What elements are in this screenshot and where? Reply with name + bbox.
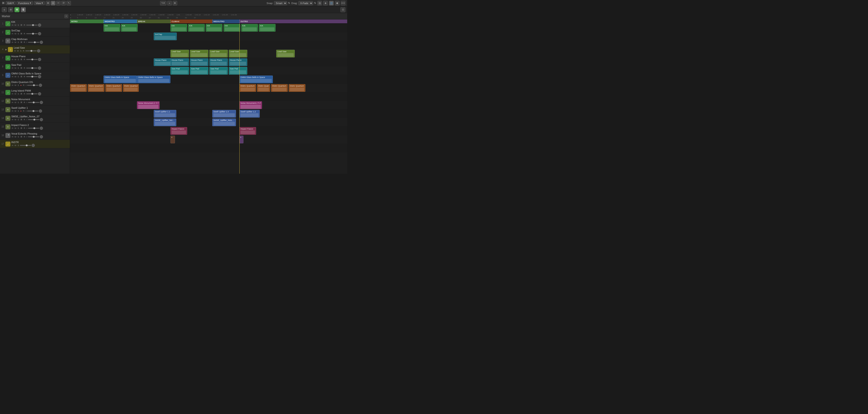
s-btn-4[interactable]: S [20,50,22,52]
m-btn-12[interactable]: M [14,101,17,104]
functions-menu[interactable]: Functions ▾ [17,1,33,5]
clip-snclap-1[interactable]: Sn/Clap [154,33,177,40]
r-btn-8[interactable]: R [23,67,26,69]
cmd-btn-2[interactable]: ⌘ [20,32,23,35]
clip-vocal-2[interactable]: ▸ [239,136,243,143]
volume-9[interactable] [26,76,37,77]
r-btn-11[interactable]: R [23,92,26,95]
h-btn-14[interactable]: H [11,118,14,121]
cmd-btn-16[interactable]: ⌘ [20,136,23,138]
link-icon[interactable]: ⛓ [317,1,322,5]
h-btn-8[interactable]: H [11,67,14,69]
volume-11[interactable] [26,93,37,94]
clip-distro-2[interactable]: Distro Quantum DS. [88,84,104,92]
pan-17[interactable] [32,144,35,147]
clip-leadsaw-1[interactable]: Lead Saw [170,50,189,57]
m-btn-10[interactable]: M [14,84,17,87]
r-btn-16[interactable]: R [23,136,26,138]
clip-noise-2[interactable]: Noise Monument.2 ↻↻ [239,101,262,109]
clip-kik-3[interactable]: KIK [170,24,187,32]
h-btn-13[interactable]: H [11,110,14,112]
volume-17[interactable] [20,145,31,146]
snap-select[interactable]: Smart [274,1,287,5]
r-btn-9[interactable]: R [23,75,26,78]
lcd-icon[interactable]: ◫ [329,1,334,5]
h-btn-10[interactable]: H [11,84,14,87]
clip-housepiano-5[interactable]: House Piano [229,58,247,66]
group-icon[interactable]: ⊞ [8,7,13,12]
clip-leadsaw-5[interactable]: Lead Saw [276,50,295,57]
add-tool[interactable]: + [167,1,172,5]
clip-smse-2[interactable]: SMSE_Uplifter_Nois... [212,118,236,126]
i-btn-10[interactable]: I [25,84,27,87]
r-btn-14[interactable]: R [23,118,26,121]
volume-7[interactable] [26,59,37,60]
pan-10[interactable] [39,84,42,87]
r-btn-10[interactable]: R [22,84,25,87]
cmd-btn-9[interactable]: ⌘ [20,75,23,78]
i-btn-15[interactable]: I [26,127,28,129]
i-btn-16[interactable]: I [26,136,28,138]
volume-3[interactable] [28,42,39,43]
clip-housepiano-3[interactable]: House Piano [190,58,209,66]
clip-smse-1[interactable]: SMSE_Uplifter_Noi... [154,118,176,126]
pan-1[interactable] [38,24,41,27]
loop-icon[interactable]: ⟳ [61,1,66,5]
drag-select[interactable]: X-Fade [298,1,313,5]
volume-2[interactable] [26,33,37,34]
s-btn-16[interactable]: S [17,136,20,138]
h-btn-4[interactable]: H [14,50,16,52]
clip-swell-3[interactable]: Swell Uplifter 1.2 [239,110,260,118]
clip-distro-4[interactable]: Distro Quantum [123,84,139,92]
r-btn-2[interactable]: R [23,32,26,35]
h-btn-7[interactable]: H [11,58,14,61]
s-btn-7[interactable]: S [17,58,20,61]
r-btn-15[interactable]: R [23,127,26,129]
clip-impact-2[interactable]: Impact Fiasco [239,127,256,135]
clip-kik-8[interactable]: KIK [259,24,276,32]
cmd-btn-12[interactable]: ⌘ [20,101,23,104]
i-btn-13[interactable]: I [25,110,27,112]
misc-tool[interactable]: ⊕ [173,1,177,5]
clip-sawpad-3[interactable]: Saw Pad [209,67,228,75]
m-btn-15[interactable]: M [14,127,17,129]
volume-13[interactable] [27,111,38,112]
pan-8[interactable] [38,66,41,70]
i-btn-14[interactable]: I [26,118,28,121]
pan-7[interactable] [38,58,41,61]
pan-16[interactable] [40,135,43,138]
cmd-btn-3[interactable]: ⌘ [20,41,23,43]
m-btn-2[interactable]: M [14,32,17,35]
badge-h[interactable]: H [14,7,20,12]
s-btn-8[interactable]: S [17,67,20,69]
h-btn-12[interactable]: H [11,101,14,104]
s-btn-13[interactable]: S [17,110,20,112]
m-btn-11[interactable]: M [14,92,17,95]
master-icon[interactable]: ◈ [323,1,328,5]
arrange-options-icon[interactable]: ⊡ [340,7,345,12]
arrows-icon[interactable]: ⟺ [341,1,345,5]
s-btn-9[interactable]: S [17,75,20,78]
s-btn-17[interactable]: S [17,144,20,147]
grid-icon[interactable]: ⊞ [46,1,50,5]
clip-omni-1[interactable]: OMNI Glass Bells in Space [103,76,137,83]
pan-4[interactable] [37,49,40,53]
clip-kik-5[interactable]: KIK [206,24,222,32]
m-btn-4[interactable]: M [17,50,20,52]
scissors-icon[interactable]: ✂ [56,1,61,5]
clip-distro-7[interactable]: Distro Quantum DS. [271,84,288,92]
h-btn-17[interactable]: H [11,144,14,147]
clip-kik-1[interactable]: KIK [103,24,120,32]
view-menu[interactable]: View ▾ [34,1,45,5]
r-btn-7[interactable]: R [23,58,26,61]
m-btn-14[interactable]: M [14,118,17,121]
clip-kik-7[interactable]: KIK [241,24,258,32]
clip-swell-2[interactable]: Swell Uplifter 1.3 [212,110,236,118]
cmd-btn-15[interactable]: ⌘ [20,127,23,129]
h-btn-1[interactable]: H [11,24,14,26]
add-marker-button[interactable]: + [64,14,68,18]
volume-12[interactable] [28,102,39,103]
clip-kik-2[interactable]: KIK [121,24,138,32]
pan-12[interactable] [40,101,43,104]
m-btn-8[interactable]: M [14,67,17,69]
